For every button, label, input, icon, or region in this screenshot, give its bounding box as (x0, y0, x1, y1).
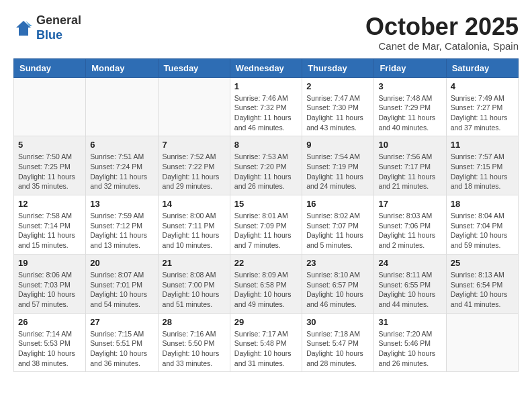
day-info: Sunrise: 8:11 AMSunset: 6:55 PMDaylight:… (378, 270, 441, 310)
calendar-cell: 11Sunrise: 7:57 AMSunset: 7:15 PMDayligh… (446, 136, 518, 195)
calendar-cell: 16Sunrise: 8:02 AMSunset: 7:07 PMDayligh… (302, 195, 374, 255)
day-info: Sunrise: 8:01 AMSunset: 7:09 PMDaylight:… (234, 211, 298, 250)
month-title: October 2025 (365, 13, 519, 40)
day-info: Sunrise: 7:54 AMSunset: 7:19 PMDaylight:… (306, 152, 369, 191)
day-info: Sunrise: 7:17 AMSunset: 5:48 PMDaylight:… (234, 329, 298, 369)
day-info: Sunrise: 7:51 AMSunset: 7:24 PMDaylight:… (90, 152, 153, 191)
calendar-week-row: 5Sunrise: 7:50 AMSunset: 7:25 PMDaylight… (14, 136, 519, 195)
calendar-cell: 12Sunrise: 7:58 AMSunset: 7:14 PMDayligh… (14, 195, 86, 255)
day-number: 15 (234, 199, 298, 209)
day-info: Sunrise: 7:49 AMSunset: 7:27 PMDaylight:… (451, 93, 514, 133)
calendar-cell: 14Sunrise: 8:00 AMSunset: 7:11 PMDayligh… (158, 195, 230, 255)
day-info: Sunrise: 8:02 AMSunset: 7:07 PMDaylight:… (306, 211, 369, 250)
header-monday: Monday (86, 58, 158, 77)
day-info: Sunrise: 7:52 AMSunset: 7:22 PMDaylight:… (163, 152, 226, 191)
day-number: 5 (18, 140, 81, 150)
day-number: 10 (378, 140, 441, 150)
calendar-cell: 26Sunrise: 7:14 AMSunset: 5:53 PMDayligh… (14, 313, 86, 372)
day-info: Sunrise: 7:57 AMSunset: 7:15 PMDaylight:… (451, 152, 514, 191)
day-number: 4 (451, 81, 514, 91)
calendar-cell: 7Sunrise: 7:52 AMSunset: 7:22 PMDaylight… (158, 136, 230, 195)
day-info: Sunrise: 7:58 AMSunset: 7:14 PMDaylight:… (18, 211, 81, 250)
day-info: Sunrise: 8:08 AMSunset: 7:00 PMDaylight:… (163, 270, 226, 310)
calendar-cell: 2Sunrise: 7:47 AMSunset: 7:30 PMDaylight… (302, 77, 374, 136)
calendar-cell (446, 313, 518, 372)
calendar-cell: 10Sunrise: 7:56 AMSunset: 7:17 PMDayligh… (374, 136, 446, 195)
calendar-cell: 5Sunrise: 7:50 AMSunset: 7:25 PMDaylight… (14, 136, 86, 195)
calendar-cell (86, 77, 158, 136)
calendar-week-row: 12Sunrise: 7:58 AMSunset: 7:14 PMDayligh… (14, 195, 519, 255)
calendar-cell: 29Sunrise: 7:17 AMSunset: 5:48 PMDayligh… (230, 313, 302, 372)
day-info: Sunrise: 7:20 AMSunset: 5:46 PMDaylight:… (378, 329, 441, 369)
day-number: 23 (306, 258, 369, 268)
calendar-week-row: 1Sunrise: 7:46 AMSunset: 7:32 PMDaylight… (14, 77, 519, 136)
day-info: Sunrise: 8:13 AMSunset: 6:54 PMDaylight:… (451, 270, 514, 310)
day-number: 6 (90, 140, 153, 150)
day-number: 29 (234, 317, 298, 327)
day-number: 14 (163, 199, 226, 209)
day-info: Sunrise: 8:03 AMSunset: 7:06 PMDaylight:… (378, 211, 441, 250)
header-thursday: Thursday (302, 58, 374, 77)
calendar-cell: 23Sunrise: 8:10 AMSunset: 6:57 PMDayligh… (302, 254, 374, 313)
day-number: 2 (306, 81, 369, 91)
day-info: Sunrise: 7:48 AMSunset: 7:29 PMDaylight:… (378, 93, 441, 133)
day-info: Sunrise: 7:14 AMSunset: 5:53 PMDaylight:… (18, 329, 81, 369)
day-number: 30 (306, 317, 369, 327)
calendar-cell: 19Sunrise: 8:06 AMSunset: 7:03 PMDayligh… (14, 254, 86, 313)
calendar-week-row: 26Sunrise: 7:14 AMSunset: 5:53 PMDayligh… (14, 313, 519, 372)
day-info: Sunrise: 7:53 AMSunset: 7:20 PMDaylight:… (234, 152, 298, 191)
calendar-cell: 17Sunrise: 8:03 AMSunset: 7:06 PMDayligh… (374, 195, 446, 255)
calendar-cell: 28Sunrise: 7:16 AMSunset: 5:50 PMDayligh… (158, 313, 230, 372)
logo: General Blue (13, 13, 81, 42)
logo-icon (13, 18, 34, 38)
calendar-cell: 8Sunrise: 7:53 AMSunset: 7:20 PMDaylight… (230, 136, 302, 195)
day-number: 27 (90, 317, 153, 327)
calendar-cell: 18Sunrise: 8:04 AMSunset: 7:04 PMDayligh… (446, 195, 518, 255)
day-number: 9 (306, 140, 369, 150)
header-wednesday: Wednesday (230, 58, 302, 77)
calendar-cell: 6Sunrise: 7:51 AMSunset: 7:24 PMDaylight… (86, 136, 158, 195)
svg-marker-0 (16, 21, 31, 36)
page-header: General Blue October 2025 Canet de Mar, … (13, 13, 519, 52)
day-info: Sunrise: 8:00 AMSunset: 7:11 PMDaylight:… (163, 211, 226, 250)
calendar-cell: 20Sunrise: 8:07 AMSunset: 7:01 PMDayligh… (86, 254, 158, 313)
day-info: Sunrise: 7:46 AMSunset: 7:32 PMDaylight:… (234, 93, 298, 133)
day-number: 20 (90, 258, 153, 268)
calendar-cell: 9Sunrise: 7:54 AMSunset: 7:19 PMDaylight… (302, 136, 374, 195)
weekday-header-row: Sunday Monday Tuesday Wednesday Thursday… (14, 58, 519, 77)
day-info: Sunrise: 7:16 AMSunset: 5:50 PMDaylight:… (163, 329, 226, 369)
day-info: Sunrise: 7:59 AMSunset: 7:12 PMDaylight:… (90, 211, 153, 250)
calendar-cell: 31Sunrise: 7:20 AMSunset: 5:46 PMDayligh… (374, 313, 446, 372)
header-saturday: Saturday (446, 58, 518, 77)
day-info: Sunrise: 7:18 AMSunset: 5:47 PMDaylight:… (306, 329, 369, 369)
day-info: Sunrise: 7:50 AMSunset: 7:25 PMDaylight:… (18, 152, 81, 191)
calendar-cell: 3Sunrise: 7:48 AMSunset: 7:29 PMDaylight… (374, 77, 446, 136)
day-number: 13 (90, 199, 153, 209)
header-friday: Friday (374, 58, 446, 77)
day-number: 25 (451, 258, 514, 268)
calendar-cell: 1Sunrise: 7:46 AMSunset: 7:32 PMDaylight… (230, 77, 302, 136)
day-info: Sunrise: 7:56 AMSunset: 7:17 PMDaylight:… (378, 152, 441, 191)
calendar-cell: 21Sunrise: 8:08 AMSunset: 7:00 PMDayligh… (158, 254, 230, 313)
day-number: 7 (163, 140, 226, 150)
calendar-cell: 25Sunrise: 8:13 AMSunset: 6:54 PMDayligh… (446, 254, 518, 313)
day-info: Sunrise: 8:10 AMSunset: 6:57 PMDaylight:… (306, 270, 369, 310)
day-info: Sunrise: 7:15 AMSunset: 5:51 PMDaylight:… (90, 329, 153, 369)
day-number: 21 (163, 258, 226, 268)
calendar-cell: 4Sunrise: 7:49 AMSunset: 7:27 PMDaylight… (446, 77, 518, 136)
calendar-cell (14, 77, 86, 136)
calendar-cell: 27Sunrise: 7:15 AMSunset: 5:51 PMDayligh… (86, 313, 158, 372)
day-number: 17 (378, 199, 441, 209)
day-info: Sunrise: 8:07 AMSunset: 7:01 PMDaylight:… (90, 270, 153, 310)
day-number: 31 (378, 317, 441, 327)
calendar-cell: 30Sunrise: 7:18 AMSunset: 5:47 PMDayligh… (302, 313, 374, 372)
day-number: 19 (18, 258, 81, 268)
day-number: 11 (451, 140, 514, 150)
calendar-cell: 24Sunrise: 8:11 AMSunset: 6:55 PMDayligh… (374, 254, 446, 313)
day-number: 16 (306, 199, 369, 209)
calendar-cell: 15Sunrise: 8:01 AMSunset: 7:09 PMDayligh… (230, 195, 302, 255)
calendar-table: Sunday Monday Tuesday Wednesday Thursday… (13, 58, 519, 373)
day-info: Sunrise: 8:09 AMSunset: 6:58 PMDaylight:… (234, 270, 298, 310)
day-number: 28 (163, 317, 226, 327)
logo-blue-text: Blue (36, 28, 81, 43)
